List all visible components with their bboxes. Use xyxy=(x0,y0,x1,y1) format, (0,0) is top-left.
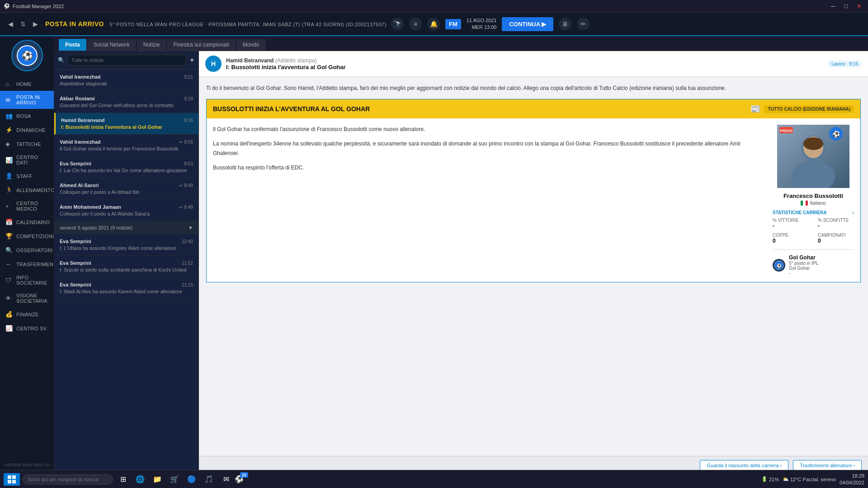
stats-expand-icon[interactable]: › xyxy=(853,210,854,215)
minimize-button[interactable]: ─ xyxy=(828,2,838,10)
date-separator-text: venerdì 6 agosto 2021 (9 notizie) xyxy=(60,225,132,230)
taskbar-spotify[interactable]: 🎵 xyxy=(202,472,216,487)
panels: 🔍 ▼ Vahid Irannezhad 9:21 Aspettative st… xyxy=(54,51,868,474)
preview-6: Colloquio per il posto a Al-Ittihad Ibb xyxy=(60,189,193,195)
taskbar: ⊞ 🌐 📁 🛒 🔵 🎵 ✉ ⚽ 22 🔋 21% ⛅ 12°C Parzial.… xyxy=(0,470,868,488)
osservatori-icon: 🔍 xyxy=(5,247,13,253)
nav-buttons[interactable]: ◀ ⇅ ▶ xyxy=(5,19,41,29)
stats-header[interactable]: STATISTICHE CARRIERA › xyxy=(773,210,854,215)
tab-mondo[interactable]: Mondo xyxy=(236,39,266,51)
sidebar-item-allenamento[interactable]: 🏃 Allenamento xyxy=(0,183,54,197)
sender-7: Amin Mohammed Jamaan xyxy=(60,204,121,210)
sender-9: Eva Semprini xyxy=(60,260,91,266)
sender-5: Eva Semprini xyxy=(60,161,91,166)
flag-italy xyxy=(801,201,808,206)
tab-finestra[interactable]: Finestra sui campionati xyxy=(167,39,235,51)
inbox-item-7[interactable]: Amin Mohammed Jamaan ↩8:48 Colloquio per… xyxy=(54,200,198,221)
svg-text:⚽: ⚽ xyxy=(776,263,782,269)
time-7: ↩8:48 xyxy=(179,205,193,210)
battery-info: 🔋 21% xyxy=(761,476,779,482)
transfers-button[interactable]: Trasferimenti allenatore › xyxy=(793,460,862,471)
sidebar-item-tattiche[interactable]: ◈ Tattiche xyxy=(0,137,54,151)
menu-icon[interactable]: ≡ xyxy=(409,18,422,30)
coach-nationality: Italiano xyxy=(801,200,826,206)
sidebar-item-dinamiche[interactable]: ⚡ Dinamiche xyxy=(0,123,54,137)
message-badge: Lavoro 9:16 xyxy=(828,61,862,67)
sidebar-item-visione-societaria[interactable]: 👁 Visione societaria xyxy=(0,289,54,307)
centrosv-icon: 📈 xyxy=(5,325,13,332)
taskbar-explorer[interactable]: 📁 xyxy=(150,472,165,487)
title-bar: ⚽ Football Manager 2022 ─ □ ✕ xyxy=(0,0,868,13)
tab-social[interactable]: Social Network xyxy=(87,39,136,51)
svg-text:PRESO: PRESO xyxy=(780,129,793,133)
inbox-item-6[interactable]: Ahmed Al-Sarori ↩8:48 Colloquio per il p… xyxy=(54,178,198,200)
top-bar-right: 🔭 ≡ 🔔 FM 11 AGO 2021 MER 13:00 CONTINUA … xyxy=(391,17,590,31)
filter-icon[interactable]: ▼ xyxy=(189,57,195,64)
sidebar-item-staff[interactable]: 👤 Staff xyxy=(0,169,54,183)
inbox-search-bar[interactable]: 🔍 ▼ xyxy=(54,51,198,70)
tab-notizie[interactable]: Notizie xyxy=(137,39,166,51)
close-button[interactable]: ✕ xyxy=(854,2,864,10)
sidebar-item-centro-medico[interactable]: + Centro medico xyxy=(0,197,54,215)
message-header: H Hamid Beiranvand (Addetto stampa) I: B… xyxy=(199,51,868,77)
inbox-item-5[interactable]: Eva Semprini 8:53 I: Lai Chi ha assunto … xyxy=(54,156,198,178)
fm-badge: FM xyxy=(445,19,461,29)
inbox-item-3[interactable]: Hamid Beiranvand 9:16 I: Bussolotti iniz… xyxy=(54,113,198,135)
forward-button[interactable]: ▶ xyxy=(30,19,41,29)
career-summary-button[interactable]: Guarda il riassunto della carriera › xyxy=(700,460,788,471)
sidebar-item-centro-dati[interactable]: 📊 Centro dati xyxy=(0,151,54,169)
binoculars-icon[interactable]: 🔭 xyxy=(391,18,404,30)
visione-icon: 👁 xyxy=(5,295,13,302)
sidebar-item-osservatori[interactable]: 🔍 Osservatori xyxy=(0,243,54,257)
app-icon: ⚽ xyxy=(4,3,10,9)
club-info-text: Gol Gohar 5° posto in IPL Gol Gohar - xyxy=(789,254,818,276)
date-separator[interactable]: venerdì 6 agosto 2021 (9 notizie) ▼ xyxy=(54,221,198,234)
updown-button[interactable]: ⇅ xyxy=(18,19,28,29)
message-header-info: Hamid Beiranvand (Addetto stampa) I: Bus… xyxy=(226,57,823,70)
inbox-item-10[interactable]: Eva Semprini 11:15 I: Wadi Al-Nes ha ass… xyxy=(54,277,198,299)
time-10: 11:15 xyxy=(182,282,193,287)
competizioni-icon: 🏆 xyxy=(5,233,13,239)
tab-posta[interactable]: Posta xyxy=(59,39,86,51)
tabs[interactable]: Posta Social Network Notizie Finestra su… xyxy=(54,36,868,51)
sidebar-item-info-societarie[interactable]: 🛡 Info Societarie xyxy=(0,271,54,289)
alerts-icon[interactable]: 🔔 xyxy=(427,18,440,30)
inbox-item-1[interactable]: Vahid Irannezhad 9:21 Aspettative stagio… xyxy=(54,70,198,91)
taskbar-taskview[interactable]: ⊞ xyxy=(116,472,130,487)
taskbar-search[interactable] xyxy=(23,474,113,484)
preview-5: I: Lai Chi ha assunto Im Vai On come all… xyxy=(60,168,193,173)
taskbar-edge[interactable]: 🌐 xyxy=(133,472,147,487)
taskbar-mail[interactable]: ✉ xyxy=(219,472,233,487)
sidebar-item-finanze[interactable]: 💰 Finanze xyxy=(0,307,54,321)
sidebar-item-competizioni[interactable]: 🏆 Competizioni xyxy=(0,229,54,243)
sidebar-item-posta-arrivo[interactable]: ✉ Posta in arrivo xyxy=(0,91,54,109)
taskbar-store[interactable]: 🛒 xyxy=(167,472,182,487)
sender-avatar: H xyxy=(205,56,222,72)
monitor-icon[interactable]: 🖥 xyxy=(559,18,571,30)
sidebar-item-home[interactable]: ⌂ Home xyxy=(0,77,54,91)
inbox-item-4[interactable]: Vahid Irannezhad ↩8:55 Il Gol Gohar sond… xyxy=(54,135,198,156)
back-button[interactable]: ◀ xyxy=(5,19,16,29)
sidebar-item-centrosv[interactable]: 📈 Centro Sv. xyxy=(0,321,54,335)
sidebar-label-centromedico: Centro medico xyxy=(16,201,48,211)
sidebar-item-rosa[interactable]: 👥 Rosa xyxy=(0,109,54,123)
search-input[interactable] xyxy=(67,55,186,66)
window-controls[interactable]: ─ □ ✕ xyxy=(828,2,864,10)
sidebar-item-calendario[interactable]: 📅 Calendario xyxy=(0,215,54,229)
inbox-item-2[interactable]: Akbar Rostami 9:18 Giocatori del Gol Goh… xyxy=(54,91,198,113)
calendario-icon: 📅 xyxy=(5,219,13,225)
inbox-item-9[interactable]: Eva Semprini 11:52 I: Suzuki si siede su… xyxy=(54,256,198,277)
taskbar-fm[interactable]: ⚽ 22 xyxy=(236,472,250,487)
club-logo[interactable]: ⚽ xyxy=(11,40,43,71)
inbox-item-8[interactable]: Eva Semprini 12:40 I: L'Uttara ha assunt… xyxy=(54,234,198,256)
centromedico-icon: + xyxy=(5,203,13,210)
svg-rect-14 xyxy=(12,475,16,479)
maximize-button[interactable]: □ xyxy=(841,2,850,10)
continue-button[interactable]: CONTINUA ▶ xyxy=(502,17,553,31)
taskbar-browser[interactable]: 🔵 xyxy=(184,472,199,487)
edit-icon[interactable]: ✏ xyxy=(577,18,590,30)
start-button[interactable] xyxy=(4,473,20,486)
message-intro: Ti do il benvenuto al Gol Gohar. Sono Ha… xyxy=(206,84,861,93)
time-9: 11:52 xyxy=(182,261,193,266)
sidebar-item-trasferimenti[interactable]: ↔ Trasferimenti xyxy=(0,257,54,271)
